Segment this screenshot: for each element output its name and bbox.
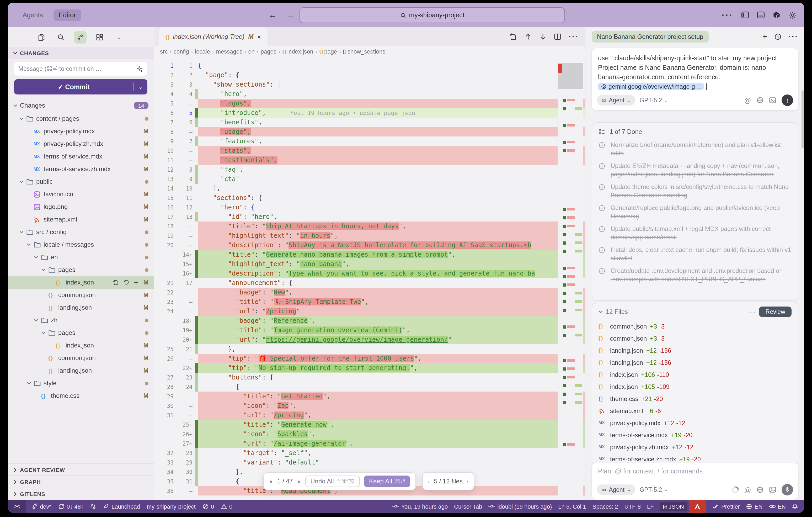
reference-link-pill[interactable]: gemini.google/overview/image-g… [598, 83, 704, 90]
breadcrumb-item[interactable]: src [160, 48, 168, 55]
tree-item-style[interactable]: style [8, 377, 154, 389]
sidebar-section-agent-review[interactable]: AGENT REVIEW [8, 463, 154, 475]
changed-file-privacy-policy.zh.mdx[interactable]: MXprivacy-policy.zh.mdx+12-12 [599, 441, 791, 453]
breadcrumb-item[interactable]: en [249, 48, 255, 55]
code-line-del[interactable]: 5– "logos", [154, 99, 585, 108]
changed-file-terms-of-service.mdx[interactable]: MXterms-of-service.mdx+19-20 [599, 429, 791, 441]
changes-group-row[interactable]: Changes 14 [8, 100, 154, 111]
tree-item-zh[interactable]: zh [8, 314, 154, 326]
chat-more-icon[interactable]: ··· [788, 32, 799, 42]
minimap[interactable] [558, 57, 583, 500]
web-icon[interactable] [756, 97, 764, 104]
code-line-ctx[interactable]: 1410 ], [154, 184, 585, 193]
code-line-ctx[interactable]: 2824 { [154, 382, 585, 391]
code-line-ctx[interactable]: 1612 "hero": { [154, 202, 585, 212]
tree-item-logo.png[interactable]: logo.pngM [8, 200, 154, 213]
tree-item-terms-of-service.mdx[interactable]: MXterms-of-service.mdxM [8, 150, 154, 163]
breadcrumb-item[interactable]: [ ]show_sections [343, 48, 385, 55]
status-item-dev-[interactable]: dev* [32, 503, 51, 510]
model-selector[interactable]: GPT-5.2 ⌄ [640, 487, 668, 493]
breadcrumb-item[interactable]: pages [261, 48, 277, 55]
prev-change-icon[interactable]: ∧ [269, 479, 273, 484]
tree-item-common.json[interactable]: { }common.jsonM [8, 289, 154, 301]
status-item-en[interactable]: EN [769, 503, 786, 509]
code-line-del[interactable]: 31– "url": "/pricing", [154, 410, 585, 420]
next-change-icon[interactable]: ∨ [297, 479, 301, 484]
tree-item-pages[interactable]: pages [8, 326, 154, 339]
open-file-icon[interactable] [113, 279, 119, 285]
toggle-panel-icon[interactable] [757, 11, 765, 18]
chevron-down-icon[interactable] [599, 310, 603, 314]
status-item-json[interactable]: {ₓ}JSON [660, 501, 687, 511]
changed-file-theme.css[interactable]: { }theme.css+21-20 [599, 392, 791, 405]
new-chat-icon[interactable]: + [762, 32, 767, 42]
tree-item-favicon.ico[interactable]: favicon.icoM [8, 188, 154, 200]
code-line-del[interactable]: 22– "badge": "New", [154, 288, 585, 297]
status-item-you-19-hours-ago[interactable]: You, 19 hours ago [392, 503, 448, 509]
review-button[interactable]: Review [759, 306, 791, 317]
status-item-compare[interactable] [90, 503, 96, 510]
code-line-add[interactable]: 18+ "badge": "Reference", [154, 316, 585, 325]
remote-indicator[interactable]: >< [8, 500, 26, 513]
code-line-add[interactable]: 22+ "tip": "No sign-up required to start… [154, 363, 585, 373]
settings-gear-icon[interactable] [788, 11, 797, 19]
changed-file-common.json[interactable]: { }common.json+3-3 [599, 332, 791, 344]
tree-item-pages[interactable]: pages [8, 264, 154, 276]
code-line-ctx[interactable]: 2117 "announcement": { [154, 278, 585, 288]
commit-button[interactable]: ✓ Commit ⌄ [14, 79, 147, 94]
code-line-ctx[interactable]: 22 "page": { [154, 70, 585, 80]
code-line-del[interactable]: 10– "stats", [154, 146, 585, 155]
arrow-down-icon[interactable] [539, 33, 547, 40]
changed-file-landing.json[interactable]: { }landing.json+12-156 [599, 344, 791, 356]
code-line-ctx[interactable]: 128 "faq", [154, 165, 585, 174]
status-item-utf-8[interactable]: UTF-8 [625, 503, 641, 509]
status-item-launchpad[interactable]: Launchpad [103, 503, 140, 509]
next-file-icon[interactable]: › [467, 479, 469, 484]
code-line-ctx[interactable]: 97 "features", [154, 136, 585, 146]
changes-section-header[interactable]: CHANGES [8, 47, 154, 59]
keep-all-button[interactable]: Keep All⌘⏎ [364, 475, 410, 487]
chevron-down-icon[interactable]: ⌄ [113, 31, 125, 44]
status-item-prettier[interactable]: Prettier [712, 503, 740, 509]
chat-tab-title[interactable]: Nano Banana Generator project setup [592, 31, 709, 43]
code-line-ctx[interactable]: 3329 "variant": "default" [154, 458, 585, 467]
source-control-icon[interactable] [74, 31, 87, 44]
code-line-del[interactable]: 8– "usage", [154, 127, 585, 136]
mention-icon[interactable]: @ [744, 486, 751, 494]
changed-file-sitemap.xml[interactable]: sitemap.xml+6-6 [599, 405, 791, 417]
changed-file-landing.json[interactable]: { }landing.json+12-156 [599, 356, 791, 369]
chat-input-card[interactable]: Plan, @ for context, / for commands ∞ Ag… [592, 463, 799, 500]
tree-item-public[interactable]: public [8, 175, 154, 188]
status-item-en[interactable]: EN [746, 503, 763, 509]
tree-item-common.json[interactable]: { }common.jsonM [8, 352, 154, 364]
code-line-ctx[interactable]: 2521 }, [154, 344, 585, 354]
code-line-add[interactable]: 14+ "title": "Generate nano banana image… [154, 250, 585, 259]
changed-file-index.json[interactable]: { }index.json+105-109 [599, 381, 791, 392]
image-attach-icon[interactable] [769, 97, 776, 104]
code-line-del[interactable]: 20– "description": "ShipAny is a NextJS … [154, 240, 585, 250]
open-changes-icon[interactable] [509, 33, 517, 41]
cube-icon[interactable] [773, 11, 781, 19]
commit-dropdown-icon[interactable]: ⌄ [134, 84, 147, 90]
breadcrumb[interactable]: src›config›locale›messages›en›pages›{ }i… [160, 46, 585, 57]
breadcrumb-item[interactable]: locale [195, 48, 210, 55]
send-button[interactable]: ↑ [782, 94, 793, 106]
code-line-ctx[interactable]: 139 "cta" [154, 174, 585, 184]
tab-editor[interactable]: Editor [54, 9, 81, 21]
changed-file-index.json[interactable]: { }index.json+106-110 [599, 369, 791, 381]
split-editor-icon[interactable] [554, 33, 561, 40]
back-icon[interactable]: ← [268, 10, 277, 20]
agent-mode-selector[interactable]: ∞ Agent ⌄ [597, 485, 636, 495]
toggle-sidebar-icon[interactable] [741, 11, 749, 18]
close-tab-icon[interactable]: × [257, 33, 261, 41]
code-line-del[interactable]: 30– "icon": "Zap", [154, 401, 585, 410]
model-selector[interactable]: GPT-5.2 ⌄ [640, 97, 668, 103]
code-line-del[interactable]: 11– "testimonials", [154, 155, 585, 165]
breadcrumb-item[interactable]: { }index.json [282, 48, 313, 55]
code-line-del[interactable]: 23– "title": "🎉 ShipAny Template Two", [154, 297, 585, 306]
code-line-del[interactable]: 18– "title": "Ship AI Startups in hours,… [154, 221, 585, 231]
code-line-add[interactable]: 25+ "title": "Generate now", [154, 420, 585, 429]
code-line-add[interactable]: 20+ "url": "https://gemini.google/overvi… [154, 335, 585, 344]
tree-item-locale-messages[interactable]: locale / messages [8, 238, 154, 251]
more-actions-icon[interactable]: ··· [722, 10, 733, 20]
